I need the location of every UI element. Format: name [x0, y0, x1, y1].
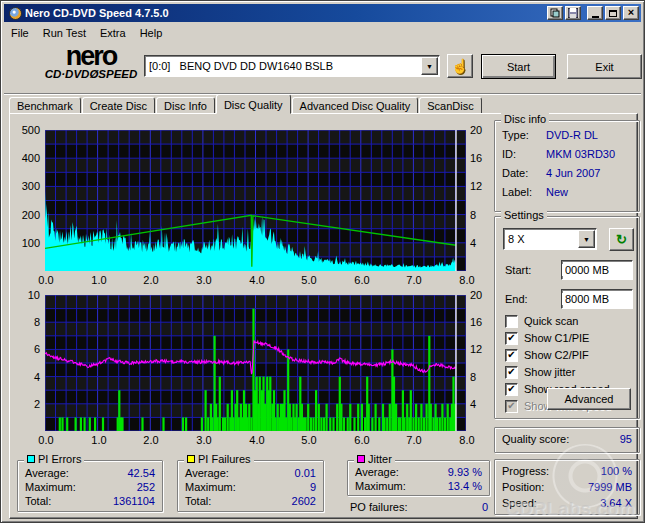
stat-label: Maximum: [25, 481, 76, 493]
jitter-title: Jitter [354, 453, 395, 465]
speed-label: Speed: [502, 497, 537, 509]
checkbox-icon: ✔ [505, 315, 518, 328]
menu-file[interactable]: File [4, 25, 36, 41]
drive-dropdown-arrow[interactable]: ▼ [421, 57, 438, 75]
x-axis-tick-label: 2.0 [141, 274, 161, 286]
checkbox-icon: ✔ [505, 332, 518, 345]
speed-dropdown[interactable]: 8 X ▼ [503, 228, 597, 250]
progress-label: Progress: [502, 465, 549, 477]
position-label: Position: [502, 481, 544, 493]
checkbox-label: Show jitter [524, 366, 575, 378]
menu-extra[interactable]: Extra [93, 25, 133, 41]
right-axis-tick-label: 8 [470, 371, 476, 383]
tab-create-disc[interactable]: Create Disc [82, 97, 155, 114]
jitter-stats-box: Jitter Average:9.93 % Maximum:13.4 % [347, 460, 490, 496]
toolbar: nero CD·DVDØSPEED [0:0] BENQ DVD DD DW16… [4, 42, 641, 93]
checkbox-label: Show C2/PIF [524, 349, 589, 361]
stat-value: 2602 [292, 495, 316, 507]
stat-label: Maximum: [355, 480, 406, 492]
po-failures-row: PO failures: 0 [350, 501, 488, 513]
start-input[interactable] [562, 264, 632, 276]
stat-label: Average: [355, 466, 399, 478]
checkbox-quick-scan[interactable]: ✔Quick scan [505, 314, 578, 328]
tab-benchmark[interactable]: Benchmark [9, 97, 81, 114]
pi-errors-chart: 500400300200100201612840.01.02.03.04.05.… [12, 128, 490, 300]
left-axis-tick-label: 100 [12, 237, 40, 249]
stat-value: 1361104 [113, 495, 155, 507]
checkbox-label: Quick scan [524, 315, 578, 327]
chart-canvas [45, 295, 466, 431]
stat-label: Maximum: [185, 481, 236, 493]
checkbox-icon: ✔ [505, 383, 518, 396]
pi-failures-swatch-icon [187, 455, 195, 463]
checkbox-show-c1-pie[interactable]: ✔Show C1/PIE [505, 331, 589, 345]
left-axis-tick-label: 400 [12, 152, 40, 164]
stat-value: 9 [310, 481, 316, 493]
disc-info-title: Disc info [501, 113, 549, 125]
pi-failures-stats-box: PI Failures Average:0.01 Maximum:9 Total… [177, 460, 324, 512]
floppy-save-icon [568, 8, 578, 18]
nero-logo-text: nero [26, 44, 156, 68]
pi-errors-title: PI Errors [24, 453, 84, 465]
nero-logo: nero CD·DVDØSPEED [26, 44, 156, 80]
checkbox-show-jitter[interactable]: ✔Show jitter [505, 365, 575, 379]
save-button[interactable] [565, 6, 581, 20]
tab-disc-info[interactable]: Disc Info [156, 97, 215, 114]
po-failures-value: 0 [482, 501, 488, 513]
x-axis-tick-label: 8.0 [457, 274, 477, 286]
maximize-button[interactable] [605, 6, 621, 20]
tab-bar: Benchmark Create Disc Disc Info Disc Qua… [9, 96, 483, 114]
disc-info-value: DVD-R DL [546, 129, 632, 141]
start-button[interactable]: Start [481, 54, 556, 79]
checkbox-show-c2-pif[interactable]: ✔Show C2/PIF [505, 348, 589, 362]
menu-bar: File Run Test Extra Help [4, 23, 641, 42]
minimize-button[interactable] [587, 6, 603, 20]
x-axis-tick-label: 2.0 [141, 434, 161, 446]
stat-value: 252 [137, 481, 155, 493]
title-bar[interactable]: Nero CD-DVD Speed 4.7.5.0 × [4, 4, 641, 22]
right-axis-tick-label: 4 [470, 398, 476, 410]
x-axis-tick-label: 4.0 [247, 274, 267, 286]
refresh-button[interactable]: ↻ [609, 228, 634, 251]
menu-run-test[interactable]: Run Test [36, 25, 93, 41]
end-input[interactable] [562, 293, 632, 305]
start-field[interactable] [561, 260, 633, 280]
quality-score-label: Quality score: [502, 433, 569, 445]
x-axis-tick-label: 4.0 [247, 434, 267, 446]
pi-failures-title: PI Failures [184, 453, 254, 465]
advanced-button[interactable]: Advanced [547, 388, 631, 410]
disc-info-value: New [546, 186, 632, 198]
app-window: Nero CD-DVD Speed 4.7.5.0 × File Run Tes… [0, 0, 645, 523]
speed-dropdown-arrow[interactable]: ▼ [578, 230, 595, 248]
left-axis-tick-label: 2 [12, 398, 40, 410]
right-axis-tick-label: 20 [470, 289, 482, 301]
copy-screenshot-button[interactable] [547, 6, 563, 20]
exit-button[interactable]: Exit [567, 54, 642, 79]
window-title: Nero CD-DVD Speed 4.7.5.0 [25, 7, 545, 19]
eject-hand-button[interactable]: ☝ [447, 54, 473, 78]
tab-disc-quality[interactable]: Disc Quality [216, 94, 291, 114]
refresh-icon: ↻ [616, 232, 627, 247]
right-axis-tick-label: 12 [470, 343, 482, 355]
stat-label: Total: [25, 495, 51, 507]
left-axis-tick-label: 500 [12, 124, 40, 136]
close-button[interactable]: × [623, 6, 639, 20]
toolbar-separator [4, 93, 641, 95]
left-axis-tick-label: 4 [12, 371, 40, 383]
disc-info-value: MKM 03RD30 [546, 148, 632, 160]
menu-help[interactable]: Help [133, 25, 170, 41]
end-field[interactable] [561, 289, 633, 309]
pi-failures-title-text: PI Failures [198, 453, 251, 465]
speed-value: 3.64 X [600, 497, 632, 509]
tab-advanced-disc-quality[interactable]: Advanced Disc Quality [292, 97, 419, 114]
jitter-title-text: Jitter [368, 453, 392, 465]
x-axis-tick-label: 1.0 [89, 274, 109, 286]
disc-info-label: ID: [502, 148, 516, 160]
end-field-label: End: [505, 293, 528, 305]
tab-scandisc[interactable]: ScanDisc [419, 97, 481, 114]
checkbox-icon: ✔ [505, 366, 518, 379]
quality-score-box: Quality score:95 [494, 427, 640, 453]
drive-selector-dropdown[interactable]: [0:0] BENQ DVD DD DW1640 BSLB ▼ [144, 55, 440, 77]
x-axis-tick-label: 6.0 [352, 274, 372, 286]
stat-value: 0.01 [295, 467, 316, 479]
